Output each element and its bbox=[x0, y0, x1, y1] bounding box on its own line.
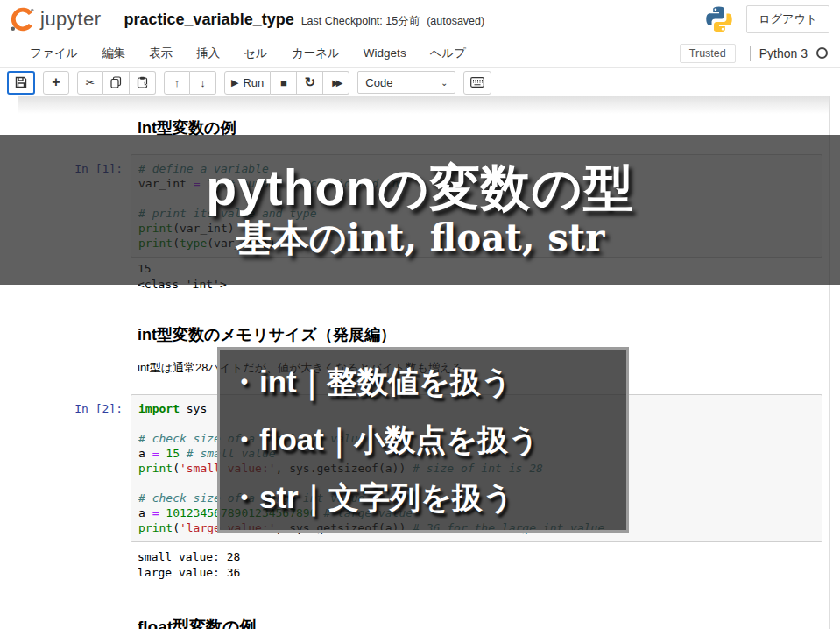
menubar: ファイル 編集 表示 挿入 セル カーネル Widgets ヘルプ Truste… bbox=[0, 39, 840, 68]
save-button[interactable] bbox=[7, 71, 35, 95]
cut-cell-button[interactable]: ✂ bbox=[77, 71, 103, 95]
autosave-status: (autosaved) bbox=[427, 15, 484, 27]
restart-run-all-button[interactable]: ▶▶ bbox=[323, 71, 349, 95]
run-cell-button[interactable]: ▶ Run bbox=[224, 71, 271, 95]
paste-icon bbox=[137, 76, 148, 88]
interrupt-kernel-button[interactable]: ■ bbox=[271, 71, 297, 95]
keyboard-icon bbox=[470, 77, 484, 88]
run-label: Run bbox=[243, 76, 264, 89]
menu-widgets[interactable]: Widgets bbox=[364, 46, 406, 60]
banner-subtitle: 基本のint, float, str bbox=[236, 217, 605, 259]
jupyter-logo-icon bbox=[9, 5, 37, 33]
python-logo-icon bbox=[706, 6, 732, 32]
title-group: practice_variable_type Last Checkpoint: … bbox=[124, 11, 485, 29]
copy-icon bbox=[110, 76, 122, 88]
banner-title: pythonの変数の型 bbox=[206, 160, 634, 216]
menu-cell[interactable]: セル bbox=[244, 46, 268, 61]
menu-insert[interactable]: 挿入 bbox=[196, 46, 220, 61]
command-palette-button[interactable] bbox=[463, 71, 491, 95]
kernel-separator bbox=[750, 46, 751, 61]
move-cell-up-button[interactable]: ↑ bbox=[164, 71, 190, 95]
markdown-heading-float[interactable]: float型変数の例 bbox=[138, 616, 829, 629]
menubar-right: Trusted Python 3 bbox=[680, 44, 828, 63]
kernel-name: Python 3 bbox=[759, 46, 808, 60]
menu-kernel[interactable]: カーネル bbox=[292, 46, 340, 61]
menu-view[interactable]: 表示 bbox=[149, 46, 173, 61]
kernel-idle-icon bbox=[816, 47, 828, 59]
type-list-item-float: ・float｜小数点を扱う bbox=[229, 421, 626, 458]
cell-type-value: Code bbox=[365, 76, 392, 89]
paste-cell-button[interactable] bbox=[130, 71, 156, 95]
menu-edit[interactable]: 編集 bbox=[102, 46, 125, 61]
restart-kernel-button[interactable]: ↻ bbox=[297, 71, 323, 95]
toolbar: + ✂ ↑ ↓ ▶ Run ■ ↻ bbox=[0, 68, 840, 96]
header-right: ログアウト bbox=[706, 5, 829, 33]
type-list-item-int: ・int｜整数値を扱う bbox=[229, 364, 626, 400]
run-icon: ▶ bbox=[231, 77, 238, 88]
copy-cell-button[interactable] bbox=[103, 71, 130, 95]
jupyter-logo-text: jupyter bbox=[40, 8, 102, 31]
cell-type-select[interactable]: Code ⌄ bbox=[357, 71, 455, 94]
cell-2-output: small value: 28 large value: 36 bbox=[138, 549, 829, 581]
jupyter-notebook-page: jupyter practice_variable_type Last Chec… bbox=[0, 0, 840, 629]
checkpoint-status: Last Checkpoint: 15分前 bbox=[301, 14, 420, 29]
fast-forward-icon: ▶▶ bbox=[332, 78, 340, 88]
trusted-badge: Trusted bbox=[680, 44, 736, 63]
markdown-heading-memory[interactable]: int型変数のメモリサイズ（発展編） bbox=[138, 324, 829, 345]
logout-button[interactable]: ログアウト bbox=[746, 5, 829, 33]
toolbar-shadow bbox=[18, 96, 829, 114]
move-cell-down-button[interactable]: ↓ bbox=[190, 71, 216, 95]
save-icon bbox=[15, 76, 27, 88]
add-cell-button[interactable]: + bbox=[43, 71, 69, 95]
menu-help[interactable]: ヘルプ bbox=[430, 46, 466, 61]
chevron-down-icon: ⌄ bbox=[441, 78, 448, 88]
type-list-overlay: ・int｜整数値を扱う ・float｜小数点を扱う ・str｜文字列を扱う bbox=[217, 347, 629, 533]
type-list-item-str: ・str｜文字列を扱う bbox=[229, 479, 626, 516]
notebook-title[interactable]: practice_variable_type bbox=[124, 11, 294, 29]
menu-file[interactable]: ファイル bbox=[30, 46, 78, 61]
header: jupyter practice_variable_type Last Chec… bbox=[0, 0, 840, 39]
input-prompt-2: In [2]: bbox=[18, 394, 131, 542]
title-banner-overlay: pythonの変数の型 基本のint, float, str bbox=[0, 135, 840, 285]
jupyter-logo[interactable]: jupyter bbox=[9, 5, 102, 33]
